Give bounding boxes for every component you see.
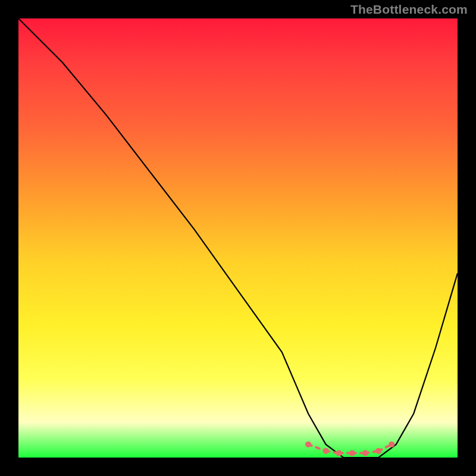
optimal-marker (375, 448, 381, 454)
watermark-text: TheBottleneck.com (350, 2, 468, 17)
optimal-marker (389, 441, 394, 447)
optimal-range-markers (305, 441, 394, 456)
optimal-marker (362, 450, 368, 456)
chart-stage: TheBottleneck.com (0, 0, 476, 476)
optimal-marker (349, 450, 355, 456)
optimal-range-segment (326, 451, 339, 453)
optimal-range-segment (308, 444, 326, 451)
optimal-marker (323, 448, 329, 454)
optimal-range-segment (378, 444, 392, 451)
optimal-range-segment (365, 451, 378, 453)
bottleneck-curve (18, 18, 458, 458)
plot-area (18, 18, 458, 458)
optimal-marker (336, 450, 342, 456)
optimal-marker (305, 441, 311, 447)
curve-layer (18, 18, 458, 458)
